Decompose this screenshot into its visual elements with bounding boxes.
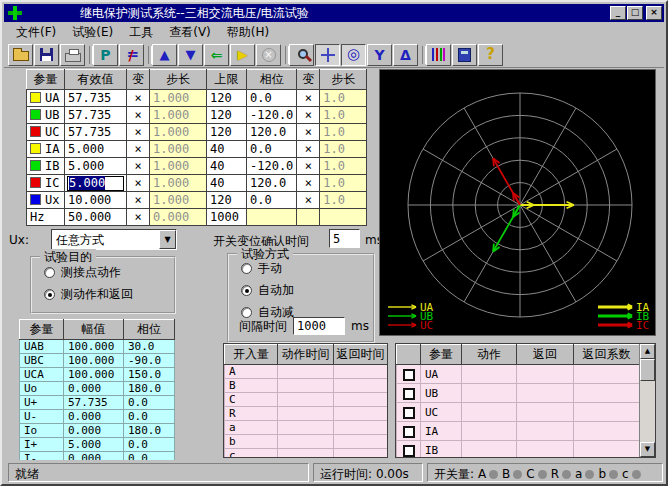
checkbox[interactable] (403, 407, 415, 419)
var2-cell[interactable]: × (297, 124, 320, 141)
var-cell[interactable]: × (127, 209, 150, 226)
var-cell[interactable]: × (127, 192, 150, 209)
zoom-button[interactable] (289, 44, 314, 66)
scrollbar[interactable]: ▲ ▼ (639, 344, 655, 457)
value-cell[interactable]: 5.000 (65, 141, 127, 158)
param-name: UB (45, 108, 59, 122)
var2-cell[interactable] (297, 209, 320, 226)
minimize-button[interactable]: _ (610, 6, 626, 20)
var-cell[interactable]: × (127, 90, 150, 107)
open-button[interactable] (8, 44, 33, 66)
phase-cell[interactable]: -120.0 (247, 158, 297, 175)
phase-cell[interactable]: 120.0 (247, 175, 297, 192)
chevron-down-icon[interactable]: ▼ (159, 230, 176, 249)
checkbox[interactable] (403, 388, 415, 400)
menu-item-2[interactable]: 工具 (121, 22, 161, 43)
step2-cell[interactable] (320, 209, 367, 226)
step-cell[interactable]: 1.000 (150, 192, 207, 209)
step-cell[interactable]: 1.000 (150, 158, 207, 175)
maximize-button[interactable]: □ (627, 6, 643, 20)
var2-cell[interactable]: × (297, 107, 320, 124)
value-cell[interactable]: 57.735 (65, 124, 127, 141)
step-cell[interactable]: 1.000 (150, 124, 207, 141)
print-button[interactable] (60, 44, 85, 66)
phase-cell[interactable]: 0.0 (247, 90, 297, 107)
limit-cell[interactable]: 40 (207, 141, 247, 158)
limit-cell[interactable]: 40 (207, 158, 247, 175)
value-cell[interactable]: 50.000 (65, 209, 127, 226)
close-button[interactable]: × (646, 6, 662, 20)
step2-cell[interactable]: 1.0 (320, 124, 367, 141)
value-cell[interactable]: 5.000 (65, 158, 127, 175)
wye-connection-button[interactable]: Y (367, 44, 392, 66)
var-cell[interactable]: × (127, 141, 150, 158)
menu-item-3[interactable]: 查看(V) (161, 22, 219, 43)
checkbox[interactable] (403, 369, 415, 381)
limit-cell[interactable]: 120 (207, 124, 247, 141)
limit-cell[interactable]: 120 (207, 107, 247, 124)
start-test-button[interactable]: ▶ (230, 44, 255, 66)
ux-mode-select[interactable]: 任意方式 ▼ (51, 229, 177, 250)
phase-cell[interactable]: 120.0 (247, 124, 297, 141)
step2-cell[interactable]: 1.0 (320, 192, 367, 209)
phase-cell[interactable]: 0.0 (247, 192, 297, 209)
limit-cell[interactable]: 40 (207, 175, 247, 192)
step-cell[interactable]: 1.000 (150, 175, 207, 192)
phase-cell[interactable]: -120.0 (247, 107, 297, 124)
step-up-button[interactable]: ▲ (152, 44, 177, 66)
phase-cell[interactable]: 0.0 (247, 141, 297, 158)
var2-cell[interactable]: × (297, 141, 320, 158)
var2-cell[interactable]: × (297, 175, 320, 192)
reset-button[interactable]: ⇐ (204, 44, 229, 66)
checkbox[interactable] (403, 426, 415, 438)
scroll-down-icon[interactable]: ▼ (640, 442, 655, 457)
save-button[interactable] (34, 44, 59, 66)
step-down-button[interactable]: ▼ (178, 44, 203, 66)
var-cell[interactable]: × (127, 107, 150, 124)
value-cell[interactable]: 5.000 (65, 175, 127, 192)
var2-cell[interactable]: × (297, 90, 320, 107)
var2-cell[interactable]: × (297, 192, 320, 209)
scroll-thumb[interactable] (640, 359, 655, 381)
var-cell[interactable]: × (127, 158, 150, 175)
step2-cell[interactable]: 1.0 (320, 141, 367, 158)
var-cell[interactable]: × (127, 175, 150, 192)
delta-connection-button[interactable]: Δ (393, 44, 418, 66)
step2-cell[interactable]: 1.0 (320, 107, 367, 124)
menu-item-4[interactable]: 帮助(H) (219, 22, 277, 43)
menu-item-1[interactable]: 试验(E) (64, 22, 121, 43)
step-cell[interactable]: 0.000 (150, 209, 207, 226)
step2-cell[interactable]: 1.0 (320, 158, 367, 175)
calculator-button[interactable] (452, 44, 477, 66)
step-cell[interactable]: 1.000 (150, 141, 207, 158)
value-cell[interactable]: 10.000 (65, 192, 127, 209)
value-editbox[interactable]: 5.000 (67, 176, 124, 191)
confirm-time-input[interactable] (329, 229, 360, 248)
test-purpose-option-1[interactable]: 测动作和返回 (44, 286, 174, 303)
title-bar: 继电保护测试系统--三相交流电压/电流试验 _ □ × (4, 4, 664, 22)
help-button[interactable]: ? (478, 44, 503, 66)
test-purpose-option-0[interactable]: 测接点动作 (44, 264, 174, 281)
limit-cell[interactable]: 120 (207, 192, 247, 209)
polar-view-button[interactable]: ◎ (341, 44, 366, 66)
var2-cell[interactable]: × (297, 158, 320, 175)
waveform-chart-button[interactable] (426, 44, 451, 66)
scroll-up-icon[interactable]: ▲ (640, 344, 655, 359)
step2-cell[interactable]: 1.0 (320, 90, 367, 107)
phase-cell[interactable] (247, 209, 297, 226)
limit-cell[interactable]: 120 (207, 90, 247, 107)
step-cell[interactable]: 1.000 (150, 107, 207, 124)
step2-cell[interactable]: 1.0 (320, 175, 367, 192)
crosshair-view-button[interactable] (315, 44, 340, 66)
value-cell[interactable]: 57.735 (65, 90, 127, 107)
menu-item-0[interactable]: 文件(F) (8, 22, 64, 43)
parameter-button[interactable]: P (93, 44, 118, 66)
phase-sequence-button[interactable] (119, 44, 144, 66)
value-cell[interactable]: 57.735 (65, 107, 127, 124)
test-mode-option-1[interactable]: 自动加 (241, 282, 373, 299)
limit-cell[interactable]: 1000 (207, 209, 247, 226)
step-cell[interactable]: 1.000 (150, 90, 207, 107)
interval-input[interactable] (293, 317, 345, 335)
checkbox[interactable] (403, 445, 415, 457)
var-cell[interactable]: × (127, 124, 150, 141)
